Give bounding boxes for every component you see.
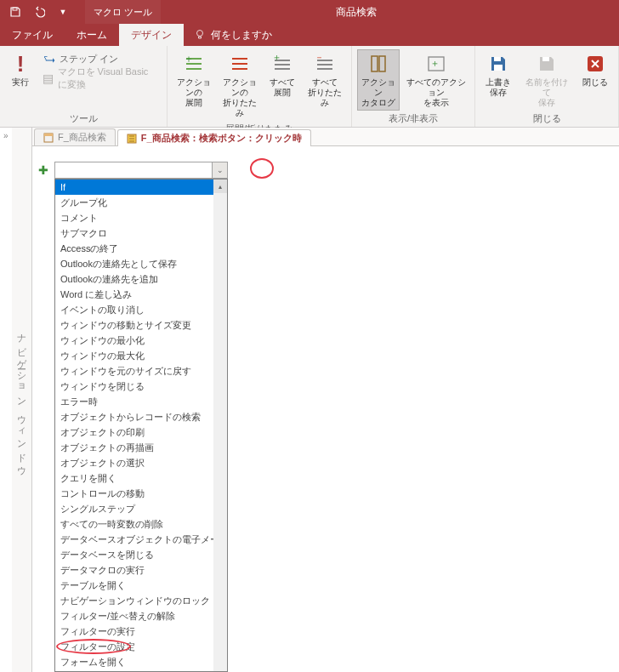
run-button[interactable]: ! 実行 xyxy=(5,49,36,90)
expand-all-icon: ＋ xyxy=(270,52,294,76)
save-disk-icon xyxy=(486,52,510,76)
tab-form-label: F_商品検索 xyxy=(58,131,106,144)
save-as-button[interactable]: 名前を付けて 保存 xyxy=(520,49,574,111)
svg-rect-15 xyxy=(317,64,332,65)
dropdown-item[interactable]: フィルターの設定 xyxy=(55,639,227,654)
dropdown-item[interactable]: フォームを開く xyxy=(55,654,227,669)
collapse-actions-button[interactable]: － アクションの 折りたたみ xyxy=(219,49,261,121)
convert-vb-button[interactable]: ▤ マクロを Visual Basic に変換 xyxy=(39,69,162,88)
dropdown-item[interactable]: Outlookの連絡先を追加 xyxy=(55,271,227,287)
dropdown-item[interactable]: Accessの終了 xyxy=(55,241,227,256)
dropdown-item[interactable]: テーブルを開く xyxy=(55,578,227,593)
save-as-icon xyxy=(535,52,559,76)
dropdown-item[interactable]: ウィンドウの移動とサイズ変更 xyxy=(55,317,227,333)
dropdown-item[interactable]: フィルター/並べ替えの解除 xyxy=(55,608,227,624)
save-icon[interactable] xyxy=(7,3,24,20)
qat-more-icon[interactable]: ▼ xyxy=(54,3,71,20)
step-in-icon: ⮑ xyxy=(43,52,56,65)
dropdown-item[interactable]: ナビゲーションウィンドウのロック xyxy=(55,593,227,608)
navpane-expand-chevron[interactable]: » xyxy=(0,128,12,144)
svg-rect-12 xyxy=(275,68,290,70)
dropdown-item[interactable]: オブジェクトからレコードの検索 xyxy=(55,409,227,424)
macro-icon xyxy=(127,134,137,144)
dropdown-item[interactable]: オブジェクトの印刷 xyxy=(55,424,227,440)
dropdown-item[interactable]: オブジェクトの選択 xyxy=(55,455,227,470)
dropdown-item[interactable]: データベースオブジェクトの電子メール送信 xyxy=(55,532,227,547)
vb-icon: ▤ xyxy=(43,71,54,85)
dropdown-item[interactable]: クエリを開く xyxy=(55,470,227,486)
lightbulb-icon xyxy=(194,29,206,41)
expand-actions-button[interactable]: ＋ アクションの 展開 xyxy=(173,49,215,111)
svg-text:＋: ＋ xyxy=(272,54,281,62)
plus-expand-icon: ＋ xyxy=(182,52,206,76)
scroll-up-icon[interactable]: ▴ xyxy=(213,179,227,193)
exclamation-icon: ! xyxy=(9,52,32,76)
dropdown-item[interactable]: ウィンドウを元のサイズに戻す xyxy=(55,363,227,379)
navigation-pane[interactable]: ナビゲーション ウィンドウ xyxy=(12,128,32,672)
show-all-icon: ＋ xyxy=(424,52,448,76)
close-button[interactable]: 閉じる xyxy=(577,49,613,90)
collapse-all-button[interactable]: － すべて 折りたたみ xyxy=(304,49,346,111)
navigation-pane-label: ナビゲーション ウィンドウ xyxy=(15,327,28,472)
dropdown-item[interactable]: データマクロの実行 xyxy=(55,562,227,578)
dropdown-item[interactable]: データベースを閉じる xyxy=(55,547,227,562)
close-x-icon xyxy=(583,52,607,76)
ribbon-group-close: 上書き 保存 名前を付けて 保存 閉じる 閉じる xyxy=(475,46,619,127)
tell-me[interactable]: 何をしますか xyxy=(184,24,272,46)
dropdown-item[interactable]: ウィンドウの最小化 xyxy=(55,333,227,348)
tab-file[interactable]: ファイル xyxy=(0,24,65,46)
group-label-show: 表示/非表示 xyxy=(357,111,469,125)
svg-rect-27 xyxy=(44,134,53,136)
dropdown-item[interactable]: ウィンドウの最大化 xyxy=(55,348,227,363)
dropdown-item[interactable]: ウィンドウを閉じる xyxy=(55,379,227,394)
macro-canvas: ✚ ⌄ Ifグループ化コメントサブマクロAccessの終了Outlookの連絡先… xyxy=(32,146,619,672)
document-tabs: F_商品検索 F_商品検索：検索ボタン：クリック時 xyxy=(32,128,619,146)
svg-rect-11 xyxy=(275,64,290,65)
dropdown-item[interactable]: Word に差し込み xyxy=(55,287,227,302)
action-dropdown-list[interactable]: Ifグループ化コメントサブマクロAccessの終了Outlookの連絡先として保… xyxy=(54,179,228,672)
group-label-close: 閉じる xyxy=(480,111,613,125)
tab-design[interactable]: デザイン xyxy=(119,24,184,46)
dropdown-item[interactable]: エラー時 xyxy=(55,394,227,409)
svg-text:＋: ＋ xyxy=(184,54,194,65)
action-combobox[interactable]: ⌄ xyxy=(54,162,228,179)
menubar: ファイル ホーム デザイン 何をしますか xyxy=(0,24,619,46)
ribbon-group-tools: ! 実行 ⮑ ステップ イン ▤ マクロを Visual Basic に変換 ツ… xyxy=(0,46,168,127)
tab-form-design[interactable]: F_商品検索 xyxy=(34,128,116,145)
svg-text:＋: ＋ xyxy=(430,58,440,68)
ribbon-group-expand: ＋ アクションの 展開 － アクションの 折りたたみ ＋ すべて 展開 － xyxy=(168,46,352,127)
window-title: 商品検索 xyxy=(161,5,619,20)
show-all-actions-button[interactable]: ＋ すべてのアクション を表示 xyxy=(403,49,469,111)
dropdown-item[interactable]: イベントの取り消し xyxy=(55,302,227,317)
action-catalog-button[interactable]: アクション カタログ xyxy=(357,49,400,111)
dropdown-item[interactable]: コメント xyxy=(55,210,227,225)
dropdown-item[interactable]: すべての一時変数の削除 xyxy=(55,516,227,532)
svg-rect-24 xyxy=(542,57,549,61)
dropdown-item[interactable]: Outlookの連絡先として保存 xyxy=(55,256,227,271)
undo-icon[interactable] xyxy=(31,3,48,20)
dropdown-item[interactable]: If xyxy=(55,179,227,195)
svg-rect-18 xyxy=(372,56,378,71)
dropdown-item[interactable]: フィルターの実行 xyxy=(55,624,227,639)
svg-rect-16 xyxy=(317,68,332,70)
dropdown-item[interactable]: オブジェクトの再描画 xyxy=(55,440,227,455)
tab-macro-label: F_商品検索：検索ボタン：クリック時 xyxy=(141,132,302,145)
svg-rect-8 xyxy=(232,68,247,70)
save-button[interactable]: 上書き 保存 xyxy=(480,49,516,100)
scrollbar[interactable]: ▴ xyxy=(213,179,227,671)
add-action-icon[interactable]: ✚ xyxy=(37,163,49,177)
group-label-tools: ツール xyxy=(5,111,162,125)
svg-rect-19 xyxy=(379,56,385,71)
tab-home[interactable]: ホーム xyxy=(65,24,119,46)
collapse-all-icon: － xyxy=(313,52,337,76)
dropdown-item[interactable]: コントロールの移動 xyxy=(55,486,227,501)
tab-macro-design[interactable]: F_商品検索：検索ボタン：クリック時 xyxy=(117,129,311,146)
dropdown-item[interactable]: サブマクロ xyxy=(55,225,227,241)
dropdown-item[interactable]: グループ化 xyxy=(55,195,227,210)
svg-rect-4 xyxy=(186,68,202,70)
dropdown-item[interactable]: シングルステップ xyxy=(55,501,227,516)
expand-all-button[interactable]: ＋ すべて 展開 xyxy=(264,49,300,100)
ribbon-group-show: アクション カタログ ＋ すべてのアクション を表示 表示/非表示 xyxy=(352,46,475,127)
catalog-icon xyxy=(366,52,390,76)
chevron-down-icon[interactable]: ⌄ xyxy=(212,162,227,178)
